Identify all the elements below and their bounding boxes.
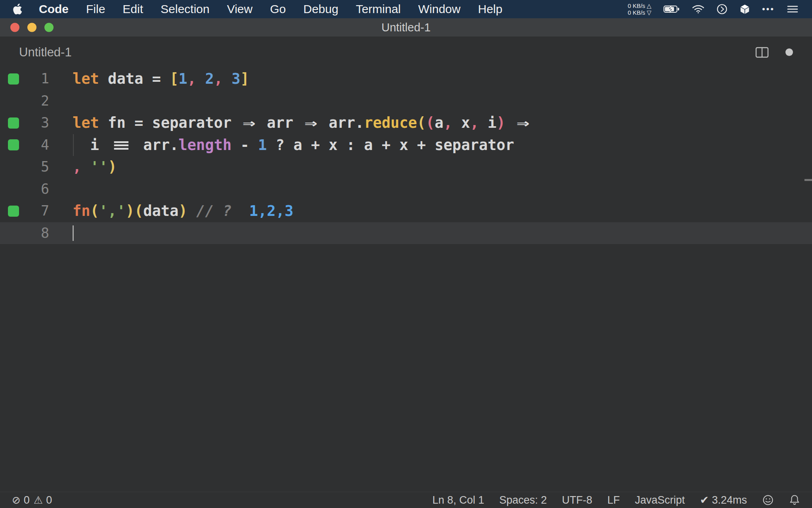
window-title-bar: Untitled-1	[0, 18, 812, 37]
menu-bar-left: CodeFileEditSelectionViewGoDebugTerminal…	[0, 2, 502, 16]
code-line-7[interactable]: 7fn(',')(data) // ? 1,2,3	[0, 200, 812, 222]
split-editor-icon[interactable]	[755, 46, 769, 58]
menu-items: CodeFileEditSelectionViewGoDebugTerminal…	[39, 2, 502, 16]
window-title: Untitled-1	[381, 21, 431, 34]
editor-actions	[755, 46, 793, 58]
menu-item-file[interactable]: File	[86, 2, 105, 16]
net-up-speed: 0 KB/s	[628, 2, 645, 9]
apple-menu-icon[interactable]	[13, 4, 22, 15]
status-bar: ⊘ 0 ⚠ 0 Ln 8, Col 1Spaces: 2UTF-8LFJavaS…	[0, 492, 812, 508]
menu-item-view[interactable]: View	[227, 2, 252, 16]
code-editor[interactable]: 1let data = [1, 2, 3]23let fn = separato…	[0, 68, 812, 492]
status-eol[interactable]: LF	[607, 494, 620, 506]
zoom-button[interactable]	[44, 23, 54, 32]
line-number: 5	[0, 156, 49, 178]
wifi-icon[interactable]	[692, 4, 705, 14]
minimize-button[interactable]	[27, 23, 36, 32]
status-cursor-position[interactable]: Ln 8, Col 1	[433, 494, 485, 506]
feedback-smiley-icon[interactable]	[762, 494, 774, 506]
status-indentation[interactable]: Spaces: 2	[499, 494, 547, 506]
status-encoding[interactable]: UTF-8	[562, 494, 592, 506]
open-file-name: Untitled-1	[19, 45, 72, 60]
code-line-4[interactable]: 4 i ≡ arr.length - 1 ? a + x : a + x + s…	[0, 134, 812, 156]
menu-item-selection[interactable]: Selection	[161, 2, 209, 16]
unsaved-changes-dot[interactable]	[785, 48, 793, 56]
error-icon: ⊘	[12, 494, 21, 506]
cube-icon[interactable]	[739, 4, 750, 15]
menu-item-window[interactable]: Window	[418, 2, 461, 16]
code-line-6[interactable]: 6	[0, 178, 812, 200]
menu-item-terminal[interactable]: Terminal	[356, 2, 400, 16]
menu-item-code[interactable]: Code	[39, 2, 69, 16]
status-language-mode[interactable]: JavaScript	[635, 494, 685, 506]
overview-ruler-mark	[804, 179, 812, 181]
line-number: 7	[0, 200, 49, 222]
battery-icon[interactable]	[663, 4, 680, 14]
status-quokka-perf[interactable]: ✔ 3.24ms	[700, 494, 747, 506]
window-controls	[10, 23, 54, 32]
error-count: 0	[24, 494, 30, 506]
warning-icon: ⚠	[34, 494, 43, 506]
net-down-speed: 0 KB/s	[628, 9, 645, 16]
line-number: 2	[0, 90, 49, 112]
menu-bar-status-icons: 0 KB/s △ 0 KB/s ▽	[628, 2, 812, 16]
menu-item-debug[interactable]: Debug	[303, 2, 338, 16]
arrow-down-icon: ▽	[647, 9, 651, 16]
line-number: 6	[0, 178, 49, 200]
code-text: fn(',')(data) // ? 1,2,3	[73, 200, 293, 222]
status-bar-right: Ln 8, Col 1Spaces: 2UTF-8LFJavaScript✔ 3…	[433, 494, 812, 506]
notifications-bell-icon[interactable]	[789, 494, 800, 506]
menu-item-edit[interactable]: Edit	[123, 2, 143, 16]
menu-item-go[interactable]: Go	[270, 2, 286, 16]
problems-indicator[interactable]: ⊘ 0 ⚠ 0	[0, 494, 52, 506]
line-number: 1	[0, 68, 49, 90]
network-speed-indicator[interactable]: 0 KB/s △ 0 KB/s ▽	[628, 2, 651, 16]
code-text: let data = [1, 2, 3]	[73, 68, 249, 90]
circle-chevron-icon[interactable]	[716, 4, 728, 15]
line-number: 4	[0, 134, 49, 156]
code-line-5[interactable]: 5, '')	[0, 156, 812, 178]
more-menu-icon[interactable]: •••	[762, 4, 775, 14]
line-number: 3	[0, 112, 49, 134]
editor-title-bar: Untitled-1	[0, 37, 812, 68]
line-number: 8	[0, 222, 49, 244]
code-line-1[interactable]: 1let data = [1, 2, 3]	[0, 68, 812, 90]
code-line-3[interactable]: 3let fn = separator ⇒ arr ⇒ arr.reduce((…	[0, 112, 812, 134]
status-right-items: Ln 8, Col 1Spaces: 2UTF-8LFJavaScript✔ 3…	[433, 494, 747, 506]
list-menu-icon[interactable]	[787, 4, 799, 14]
code-lines: 1let data = [1, 2, 3]23let fn = separato…	[0, 68, 812, 244]
code-line-2[interactable]: 2	[0, 90, 812, 112]
text-cursor	[73, 225, 74, 241]
code-text: let fn = separator ⇒ arr ⇒ arr.reduce((a…	[73, 112, 532, 134]
macos-menu-bar: CodeFileEditSelectionViewGoDebugTerminal…	[0, 0, 812, 18]
code-text: , '')	[73, 156, 117, 178]
warning-count: 0	[46, 494, 52, 506]
menu-item-help[interactable]: Help	[478, 2, 502, 16]
check-icon: ✔	[700, 494, 712, 506]
code-line-8[interactable]: 8	[0, 222, 812, 244]
arrow-up-icon: △	[647, 2, 651, 9]
code-text: i ≡ arr.length - 1 ? a + x : a + x + sep…	[73, 134, 514, 156]
close-button[interactable]	[10, 23, 19, 32]
